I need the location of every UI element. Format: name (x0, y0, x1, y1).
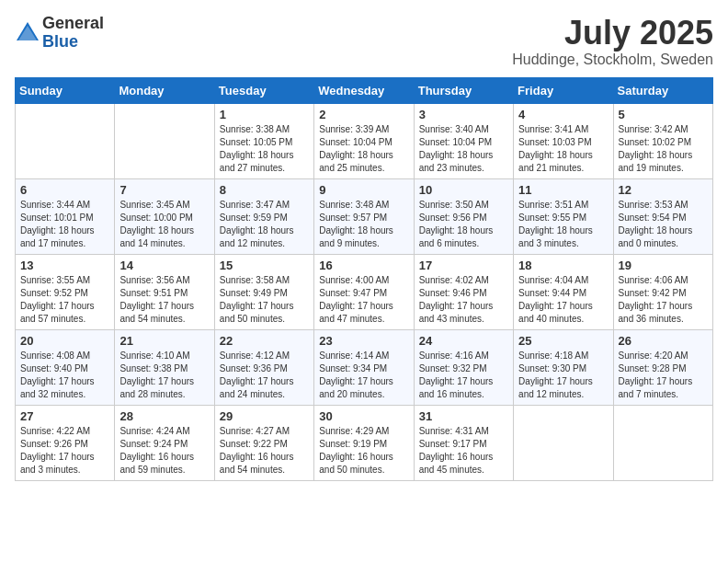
day-info: Sunrise: 4:31 AM Sunset: 9:17 PM Dayligh… (419, 425, 508, 477)
calendar-week-row: 13Sunrise: 3:55 AM Sunset: 9:52 PM Dayli… (16, 254, 713, 329)
calendar-day-cell: 6Sunrise: 3:44 AM Sunset: 10:01 PM Dayli… (16, 178, 115, 254)
calendar-week-row: 6Sunrise: 3:44 AM Sunset: 10:01 PM Dayli… (16, 178, 713, 254)
calendar-day-cell: 26Sunrise: 4:20 AM Sunset: 9:28 PM Dayli… (613, 329, 712, 405)
day-info: Sunrise: 3:45 AM Sunset: 10:00 PM Daylig… (119, 199, 209, 250)
calendar-day-cell: 21Sunrise: 4:10 AM Sunset: 9:38 PM Dayli… (115, 329, 214, 405)
calendar-day-cell: 16Sunrise: 4:00 AM Sunset: 9:47 PM Dayli… (314, 254, 414, 329)
day-info: Sunrise: 3:39 AM Sunset: 10:04 PM Daylig… (319, 123, 408, 175)
day-info: Sunrise: 4:24 AM Sunset: 9:24 PM Dayligh… (119, 425, 209, 477)
logo-icon (15, 20, 40, 46)
day-number: 31 (419, 409, 508, 423)
day-number: 4 (518, 108, 608, 121)
day-info: Sunrise: 3:48 AM Sunset: 9:57 PM Dayligh… (319, 199, 408, 250)
day-number: 21 (119, 334, 209, 348)
day-info: Sunrise: 3:53 AM Sunset: 9:54 PM Dayligh… (619, 199, 708, 250)
title-block: July 2025 Huddinge, Stockholm, Sweden (512, 15, 713, 68)
calendar-day-cell: 7Sunrise: 3:45 AM Sunset: 10:00 PM Dayli… (115, 178, 214, 254)
empty-day-cell (115, 103, 214, 178)
calendar-day-cell: 4Sunrise: 3:41 AM Sunset: 10:03 PM Dayli… (514, 103, 613, 178)
calendar-day-cell: 24Sunrise: 4:16 AM Sunset: 9:32 PM Dayli… (414, 329, 513, 405)
calendar-day-cell: 12Sunrise: 3:53 AM Sunset: 9:54 PM Dayli… (613, 178, 712, 254)
day-info: Sunrise: 3:47 AM Sunset: 9:59 PM Dayligh… (220, 199, 309, 250)
day-number: 13 (20, 259, 109, 272)
page-header: General Blue July 2025 Huddinge, Stockho… (15, 15, 713, 68)
day-number: 8 (220, 183, 309, 197)
day-info: Sunrise: 3:44 AM Sunset: 10:01 PM Daylig… (20, 199, 109, 250)
month-title: July 2025 (512, 15, 713, 52)
calendar-week-row: 1Sunrise: 3:38 AM Sunset: 10:05 PM Dayli… (16, 103, 713, 178)
calendar-day-cell: 25Sunrise: 4:18 AM Sunset: 9:30 PM Dayli… (514, 329, 613, 405)
day-number: 12 (619, 183, 708, 197)
calendar-day-cell: 8Sunrise: 3:47 AM Sunset: 9:59 PM Daylig… (214, 178, 313, 254)
day-info: Sunrise: 4:02 AM Sunset: 9:46 PM Dayligh… (419, 274, 508, 326)
day-number: 30 (319, 409, 408, 423)
calendar-day-cell: 28Sunrise: 4:24 AM Sunset: 9:24 PM Dayli… (115, 405, 214, 480)
day-number: 19 (619, 259, 708, 272)
calendar-day-cell: 5Sunrise: 3:42 AM Sunset: 10:02 PM Dayli… (613, 103, 712, 178)
calendar-day-cell: 29Sunrise: 4:27 AM Sunset: 9:22 PM Dayli… (214, 405, 313, 480)
day-info: Sunrise: 4:06 AM Sunset: 9:42 PM Dayligh… (619, 274, 708, 326)
calendar-week-row: 27Sunrise: 4:22 AM Sunset: 9:26 PM Dayli… (16, 405, 713, 480)
day-number: 14 (119, 259, 209, 272)
calendar-day-cell: 11Sunrise: 3:51 AM Sunset: 9:55 PM Dayli… (514, 178, 613, 254)
calendar-day-cell: 9Sunrise: 3:48 AM Sunset: 9:57 PM Daylig… (314, 178, 414, 254)
calendar-day-cell: 14Sunrise: 3:56 AM Sunset: 9:51 PM Dayli… (115, 254, 214, 329)
day-number: 26 (619, 334, 708, 348)
day-info: Sunrise: 4:20 AM Sunset: 9:28 PM Dayligh… (619, 350, 708, 401)
empty-day-cell (613, 405, 712, 480)
logo-text: General Blue (42, 15, 104, 52)
day-number: 10 (419, 183, 508, 197)
day-info: Sunrise: 4:18 AM Sunset: 9:30 PM Dayligh… (518, 350, 608, 401)
day-info: Sunrise: 3:40 AM Sunset: 10:04 PM Daylig… (419, 123, 508, 175)
day-number: 15 (220, 259, 309, 272)
calendar-day-cell: 22Sunrise: 4:12 AM Sunset: 9:36 PM Dayli… (214, 329, 313, 405)
day-info: Sunrise: 3:50 AM Sunset: 9:56 PM Dayligh… (419, 199, 508, 250)
day-number: 23 (319, 334, 408, 348)
calendar-day-cell: 1Sunrise: 3:38 AM Sunset: 10:05 PM Dayli… (214, 103, 313, 178)
logo-general: General (42, 15, 104, 33)
day-number: 29 (220, 409, 309, 423)
day-number: 18 (518, 259, 608, 272)
weekday-header-sunday: Sunday (16, 77, 115, 103)
day-number: 28 (119, 409, 209, 423)
day-number: 24 (419, 334, 508, 348)
day-info: Sunrise: 4:27 AM Sunset: 9:22 PM Dayligh… (220, 425, 309, 477)
day-number: 5 (619, 108, 708, 121)
weekday-header-thursday: Thursday (414, 77, 513, 103)
calendar-day-cell: 27Sunrise: 4:22 AM Sunset: 9:26 PM Dayli… (16, 405, 115, 480)
day-info: Sunrise: 4:08 AM Sunset: 9:40 PM Dayligh… (20, 350, 109, 401)
day-number: 25 (518, 334, 608, 348)
calendar-day-cell: 18Sunrise: 4:04 AM Sunset: 9:44 PM Dayli… (514, 254, 613, 329)
calendar-table: SundayMondayTuesdayWednesdayThursdayFrid… (15, 77, 713, 481)
calendar-day-cell: 3Sunrise: 3:40 AM Sunset: 10:04 PM Dayli… (414, 103, 513, 178)
day-number: 17 (419, 259, 508, 272)
calendar-day-cell: 23Sunrise: 4:14 AM Sunset: 9:34 PM Dayli… (314, 329, 414, 405)
calendar-day-cell: 31Sunrise: 4:31 AM Sunset: 9:17 PM Dayli… (414, 405, 513, 480)
day-info: Sunrise: 4:16 AM Sunset: 9:32 PM Dayligh… (419, 350, 508, 401)
logo-blue: Blue (42, 33, 104, 52)
day-info: Sunrise: 3:41 AM Sunset: 10:03 PM Daylig… (518, 123, 608, 175)
day-info: Sunrise: 3:58 AM Sunset: 9:49 PM Dayligh… (220, 274, 309, 326)
day-info: Sunrise: 4:29 AM Sunset: 9:19 PM Dayligh… (319, 425, 408, 477)
day-number: 22 (220, 334, 309, 348)
day-number: 1 (220, 108, 309, 121)
day-number: 3 (419, 108, 508, 121)
day-info: Sunrise: 3:51 AM Sunset: 9:55 PM Dayligh… (518, 199, 608, 250)
calendar-day-cell: 15Sunrise: 3:58 AM Sunset: 9:49 PM Dayli… (214, 254, 313, 329)
day-info: Sunrise: 4:22 AM Sunset: 9:26 PM Dayligh… (20, 425, 109, 477)
day-number: 7 (119, 183, 209, 197)
calendar-day-cell: 30Sunrise: 4:29 AM Sunset: 9:19 PM Dayli… (314, 405, 414, 480)
logo: General Blue (15, 15, 104, 52)
weekday-header-saturday: Saturday (613, 77, 712, 103)
day-number: 11 (518, 183, 608, 197)
day-info: Sunrise: 3:56 AM Sunset: 9:51 PM Dayligh… (119, 274, 209, 326)
empty-day-cell (16, 103, 115, 178)
location: Huddinge, Stockholm, Sweden (512, 52, 713, 68)
day-number: 16 (319, 259, 408, 272)
calendar-day-cell: 2Sunrise: 3:39 AM Sunset: 10:04 PM Dayli… (314, 103, 414, 178)
day-info: Sunrise: 4:00 AM Sunset: 9:47 PM Dayligh… (319, 274, 408, 326)
day-number: 2 (319, 108, 408, 121)
day-number: 27 (20, 409, 109, 423)
weekday-header-wednesday: Wednesday (314, 77, 414, 103)
weekday-header-friday: Friday (514, 77, 613, 103)
